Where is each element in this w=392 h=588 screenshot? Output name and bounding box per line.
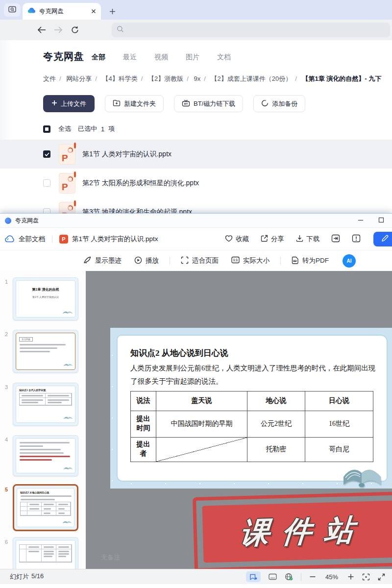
- selection-row: 全选 已选中 1 项: [43, 124, 115, 133]
- tab-image[interactable]: 图片: [186, 53, 199, 62]
- show-ink-button[interactable]: 显示墨迹: [83, 256, 122, 265]
- browser-tab[interactable]: 夸克网盘: [23, 3, 101, 20]
- add-backup-button[interactable]: 添加备份: [253, 95, 305, 112]
- divider: [170, 257, 170, 265]
- window-search-icon: [8, 6, 16, 15]
- to-pdf-button[interactable]: PDF 转为PDF: [292, 256, 329, 266]
- bt-download-button[interactable]: BT BT/磁力链下载: [174, 95, 243, 112]
- slide-thumbnail-3[interactable]: 知识点1 古代人的宇宙观: [13, 383, 78, 426]
- fit-page-label: 适合页面: [192, 256, 219, 265]
- actual-size-button[interactable]: 1:1 实际大小: [231, 256, 270, 265]
- slide-canvas[interactable]: 知识点2 从地心说到日心说 人类历史发展到公元前6世纪，人类文明进入了理性思考的…: [86, 271, 392, 569]
- slide-thumbnail-2[interactable]: 学习目标: [13, 330, 78, 373]
- tab-video[interactable]: 视频: [154, 53, 168, 62]
- fit-screen-button[interactable]: [362, 573, 370, 581]
- file-list: P 第1节 人类对宇宙的认识.pptx P 第2节 太阳系的形成和恒星的演化.p…: [0, 140, 392, 213]
- save-to-drive-button[interactable]: [331, 234, 340, 244]
- book-icon: [63, 463, 73, 472]
- address-search-input[interactable]: [112, 23, 390, 37]
- divider: [52, 235, 52, 243]
- all-docs-button[interactable]: 全部文档: [5, 235, 45, 244]
- download-button[interactable]: 下载: [296, 235, 319, 244]
- feedback-button[interactable]: [352, 234, 361, 244]
- tab-doc[interactable]: 文档: [217, 53, 231, 62]
- minimize-icon[interactable]: [358, 216, 364, 225]
- actual-size-icon: 1:1: [231, 256, 240, 265]
- slide-thumbnail-panel[interactable]: 1 第1章 演化的自然 第1节 人类对宇宙的认识 2 学习目标: [0, 271, 86, 569]
- new-tab-button[interactable]: [106, 5, 119, 18]
- ai-assistant-button[interactable]: AI: [343, 254, 356, 268]
- tab-recent[interactable]: 最近: [123, 53, 137, 62]
- breadcrumb-item[interactable]: 网站分享: [66, 75, 92, 82]
- file-name[interactable]: 第1节 人类对宇宙的认识.pptx: [82, 150, 172, 159]
- browser-tab-strip: 夸克网盘: [0, 0, 392, 20]
- table-cell: 托勒密: [247, 438, 305, 462]
- slide-thumbnail-1[interactable]: 第1章 演化的自然 第1节 人类对宇宙的认识: [13, 277, 78, 320]
- notes-placeholder[interactable]: 无备注: [101, 553, 120, 562]
- file-name[interactable]: 第3节 地球的演化和生命的起源.pptx: [82, 208, 192, 214]
- row-checkbox-checked[interactable]: [43, 150, 50, 158]
- thumb-card: 第1章 演化的自然 第1节 人类对宇宙的认识: [16, 280, 75, 318]
- slide-content-card: 知识点2 从地心说到日心说 人类历史发展到公元前6世纪，人类文明进入了理性思考的…: [117, 335, 388, 482]
- edit-button[interactable]: [373, 232, 392, 246]
- pptx-file-icon: P: [59, 173, 75, 194]
- select-all-checkbox[interactable]: [43, 125, 50, 133]
- tab-close-icon[interactable]: [91, 7, 96, 16]
- new-folder-label: 新建文件夹: [124, 99, 156, 108]
- refresh-button[interactable]: [68, 23, 82, 37]
- file-row[interactable]: P 第1节 人类对宇宙的认识.pptx: [0, 140, 392, 169]
- select-all-label[interactable]: 全选: [58, 124, 71, 133]
- thumb-card: 知识点1 古代人的宇宙观: [16, 386, 75, 423]
- share-button[interactable]: 分享: [261, 235, 284, 244]
- play-label: 播放: [146, 256, 159, 265]
- fit-page-icon: [181, 256, 189, 266]
- forward-button[interactable]: [51, 23, 66, 37]
- favorite-button[interactable]: 收藏: [225, 235, 249, 244]
- window-bottom-strip: [0, 584, 392, 588]
- slide-thumbnail-5-selected[interactable]: 知识点2 从地心说到日心说: [13, 484, 78, 531]
- file-name[interactable]: 第2节 太阳系的形成和恒星的演化.pptx: [82, 179, 199, 188]
- row-checkbox[interactable]: [43, 208, 50, 213]
- zoom-in-button[interactable]: [347, 573, 354, 580]
- play-button[interactable]: 播放: [134, 256, 159, 266]
- maximize-icon[interactable]: [378, 216, 384, 225]
- bt-label: BT/磁力链下载: [194, 99, 235, 108]
- breadcrumb-item[interactable]: 【2】成套上课课件（20份）: [211, 75, 292, 82]
- pdf-glyph: PDF: [293, 260, 296, 262]
- thumb-card: [16, 438, 75, 473]
- upload-button[interactable]: 上传文件: [43, 95, 95, 112]
- table-header-cell: 说法: [131, 392, 156, 411]
- language-globe-button[interactable]: [285, 573, 293, 581]
- tab-search-button[interactable]: [4, 3, 21, 17]
- browser-content: 夸克网盘 全部 最近 视频 图片 文档 文件/ 网站分享/ 【4】科学类/ 【2…: [0, 40, 392, 213]
- table-empty-diagonal-cell: [156, 438, 247, 462]
- breadcrumb-item[interactable]: 9x: [194, 75, 200, 82]
- book-icon: [62, 517, 72, 526]
- breadcrumb-item[interactable]: 【4】科学类: [102, 75, 138, 82]
- breadcrumb-item[interactable]: 文件: [43, 75, 56, 82]
- slide-thumbnail-4[interactable]: [13, 435, 78, 476]
- breadcrumb-item[interactable]: 【2】浙教版: [148, 75, 183, 82]
- actual-size-label: 实际大小: [243, 256, 270, 265]
- zoom-level[interactable]: 45%: [324, 573, 340, 581]
- breadcrumb-current: 【第1章 演化的自然】- 九下: [302, 75, 381, 82]
- pdf-icon: PDF: [292, 256, 299, 266]
- file-row[interactable]: P 第2节 太阳系的形成和恒星的演化.pptx: [0, 169, 392, 197]
- new-folder-button[interactable]: 新建文件夹: [105, 95, 164, 112]
- tab-all[interactable]: 全部: [92, 53, 105, 62]
- fit-page-button[interactable]: 适合页面: [181, 256, 219, 266]
- zoom-out-button[interactable]: [309, 573, 316, 580]
- table-header-cell: 日心说: [305, 392, 373, 411]
- row-checkbox[interactable]: [43, 179, 50, 187]
- heart-icon: [225, 235, 233, 244]
- viewer-body: 1 第1章 演化的自然 第1节 人类对宇宙的认识 2 学习目标: [0, 271, 392, 569]
- sidebar-toggle-button-active[interactable]: [246, 571, 261, 582]
- fullscreen-button[interactable]: [378, 573, 385, 581]
- thumb-number-current: 5: [2, 487, 10, 492]
- all-docs-label: 全部文档: [19, 235, 45, 244]
- file-row[interactable]: P 第3节 地球的演化和生命的起源.pptx: [0, 197, 392, 213]
- slide-thumbnail-6[interactable]: [13, 537, 78, 569]
- viewer-titlebar[interactable]: 夸克网盘: [0, 214, 392, 228]
- notes-panel-button[interactable]: [269, 573, 277, 580]
- back-button[interactable]: [34, 23, 49, 37]
